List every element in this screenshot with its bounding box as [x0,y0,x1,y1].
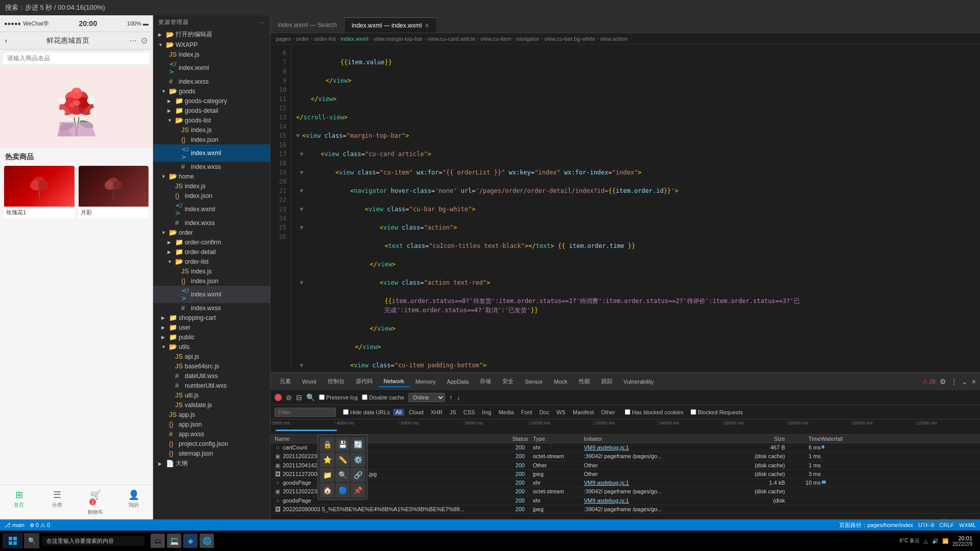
ctx-settings-icon[interactable]: ⚙️ [351,453,365,467]
product-card-0[interactable]: 玫瑰花1 [4,166,75,218]
network-row-2[interactable]: ▣20211204142207_OIP-C.jfif 200 Other Oth… [271,461,980,470]
tree-order-list-js[interactable]: JS index.js [153,266,270,276]
product-card-1[interactable]: 月彩 [79,166,149,218]
tab-elements[interactable]: 元素 [275,375,296,387]
wechat-dots-icon[interactable]: ··· [129,35,137,46]
tree-home[interactable]: ▼ 📂 home [153,171,270,181]
network-row-7[interactable]: 🖼202202090003 5_%E5%BE%AE%E4%8B%A1%E5%9B… [271,505,980,514]
tree-app-wxss[interactable]: # app.wxss [153,429,270,439]
wechat-search-input[interactable] [3,53,150,64]
network-row-3[interactable]: 🖼20211127200030_1636891826(1).jpg 200 jp… [271,470,980,479]
tree-goods-category[interactable]: ▶ 📁 goods-category [153,96,270,106]
tree-order-list[interactable]: ▼ 📂 order-list [153,257,270,266]
disable-cache-checkbox[interactable] [362,394,368,400]
filter-tag-doc[interactable]: Doc [537,409,552,416]
tab-sources[interactable]: 源代码 [351,375,378,387]
tab-security[interactable]: 安全 [497,375,519,387]
tree-goods-detail[interactable]: ▶ 📁 goods-detail [153,106,270,115]
tree-shopping-cart[interactable]: ▶ 📁 shopping-cart [153,313,270,322]
filter-tag-img[interactable]: Img [479,409,494,416]
tab-audits[interactable]: 性能 [574,375,595,387]
tree-home-js[interactable]: JS index.js [153,181,270,191]
collapse-icon[interactable]: ⌄ [962,378,968,386]
tab-close-icon[interactable]: × [425,22,429,29]
network-row-5[interactable]: ▣20211202223516_OIP-C.jfif 200 octet-str… [271,487,980,496]
tab-appdata[interactable]: AppData [442,377,474,387]
tree-order-list-wxml[interactable]: ≺/≻ index.wxml [153,286,270,303]
tree-order-confirm[interactable]: ▶ 📁 order-confirm [153,237,270,247]
tree-root-index-wxss[interactable]: # index.wxss [153,77,270,86]
start-button[interactable] [3,533,23,548]
tree-validate-js[interactable]: JS validate.js [153,400,270,410]
hide-data-urls-label[interactable]: Hide data URLs [343,409,390,415]
filter-tag-font[interactable]: Font [519,409,535,416]
tree-order-detail[interactable]: ▶ 📁 order-detail [153,247,270,257]
search-taskbar-button[interactable]: 🔍 [24,533,39,548]
code-content[interactable]: {{item.value}} </view> </view> </scroll-… [291,44,980,372]
close-devtools-icon[interactable]: × [972,378,976,386]
tree-order-list-json[interactable]: {} index.json [153,276,270,286]
preserve-log-label[interactable]: Preserve log [319,394,358,400]
taskbar-search-box[interactable]: 在这里输入你要搜索的内容 [42,536,144,546]
ctx-folder-icon[interactable]: 📁 [320,468,334,482]
tab-sensor[interactable]: Sensor [520,377,548,387]
ctx-dot-icon[interactable]: 🔵 [335,483,350,497]
filter-tag-css[interactable]: CSS [461,409,478,416]
tree-goods-list-json[interactable]: {} index.json [153,135,270,144]
tree-wxapp[interactable]: ▼ 📂 WXAPP [153,40,270,49]
filter-tag-xhr[interactable]: XHR [428,409,445,416]
tree-root-index-js[interactable]: JS index.js [153,49,270,59]
tree-api-js[interactable]: JS api.js [153,352,270,361]
ctx-save-icon[interactable]: 💾 [335,437,350,452]
more-icon[interactable]: ⋮ [950,378,958,386]
tree-app-js[interactable]: JS app.js [153,410,270,419]
wechat-camera-icon[interactable]: ⊙ [141,36,148,45]
network-row-6[interactable]: ○goodsPage 200 xhr VM9 asdebug.js:1 (dis… [271,496,980,505]
tree-goods-list-wxss[interactable]: # index.wxss [153,162,270,171]
tree-home-wxss[interactable]: # index.wxss [153,218,270,228]
filter-tag-manifest[interactable]: Manifest [570,409,597,416]
tab-index-wxml[interactable]: index.wxml — index.wxml × [345,17,437,33]
filter-tag-ws[interactable]: WS [554,409,568,416]
tree-utils[interactable]: ▼ 📂 utils [153,342,270,352]
explorer-menu-icon[interactable]: ··· [259,19,265,26]
has-blocked-cookies-checkbox[interactable] [625,409,630,415]
tab-mock[interactable]: Mock [549,377,572,387]
tree-outline[interactable]: ▶ 📄 大纲 [153,458,270,469]
tree-goods[interactable]: ▼ 📂 goods [153,86,270,96]
nav-home[interactable]: ⊞ 首页 [0,487,38,518]
record-button[interactable] [275,394,282,401]
taskbar-icon-vscode[interactable]: ◈ [183,534,198,548]
clear-button[interactable]: ⊘ [286,393,292,402]
settings-icon[interactable]: ⚙ [940,378,946,386]
tree-open-editors[interactable]: ▶ 📂 打开的编辑器 [153,29,270,40]
tree-util-js[interactable]: JS util.js [153,390,270,400]
tree-project-config[interactable]: {} project.config.json [153,439,270,448]
ctx-refresh-icon[interactable]: 🔄 [351,437,365,452]
ctx-search2-icon[interactable]: 🔍 [335,468,350,482]
nav-cart[interactable]: 🛒 2 购物车 [77,487,115,518]
filter-icon[interactable]: ⊟ [296,393,302,402]
ctx-lock-icon[interactable]: 🔒 [320,437,334,452]
tree-goods-list[interactable]: ▼ 📂 goods-list [153,115,270,125]
filter-tag-other[interactable]: Other [599,409,618,416]
hide-data-urls-checkbox[interactable] [343,409,349,415]
nav-profile[interactable]: 👤 我的 [114,487,153,518]
network-row-0[interactable]: ○cartCount 200 xhr VM9 asdebug.js:1 467 … [271,443,980,452]
tree-user[interactable]: ▶ 📁 user [153,322,270,332]
online-select[interactable]: Online Offline Slow 3G Fast 3G [408,393,445,402]
taskbar-icon-3[interactable]: 🌐 [200,534,214,548]
filter-tag-all[interactable]: All [393,409,404,416]
tree-goods-list-js[interactable]: JS index.js [153,125,270,135]
tree-home-wxml[interactable]: ≺/≻ index.wxml [153,201,270,218]
filter-tag-media[interactable]: Media [496,409,517,416]
tree-order-list-wxss[interactable]: # index.wxss [153,303,270,313]
tree-root-index-wxml[interactable]: ≺/≻ index.wxml [153,59,270,77]
tree-goods-list-wxml[interactable]: ≺/≻ index.wxml [153,144,270,162]
taskbar-icon-0[interactable]: 🗂 [151,534,165,548]
tree-base64src-js[interactable]: JS base64src.js [153,361,270,371]
tab-network[interactable]: Network [379,376,409,387]
tab-storage[interactable]: 存储 [475,375,496,387]
network-row-1[interactable]: ▣20211202223516_OIP-C.jfif 200 octet-str… [271,452,980,461]
filter-input[interactable] [275,408,336,417]
